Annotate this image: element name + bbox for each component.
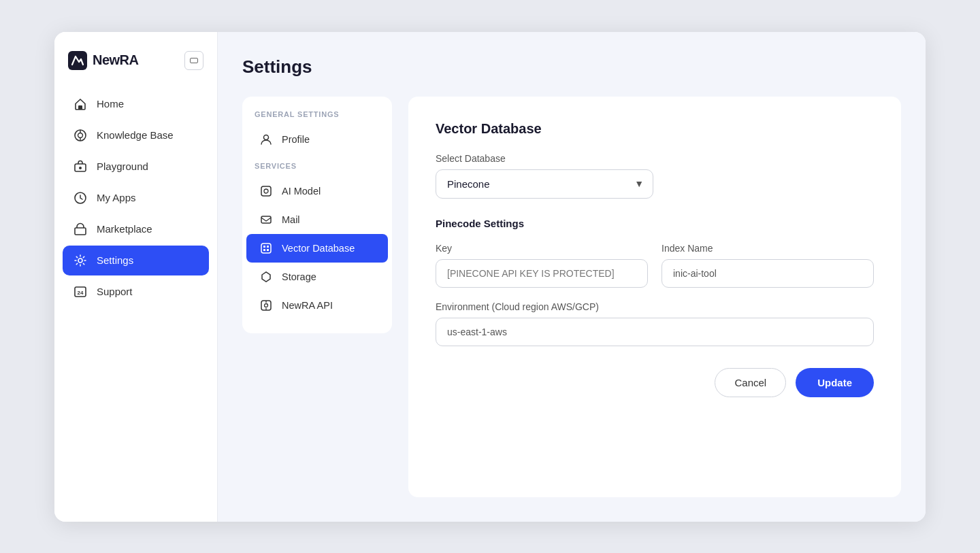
- collapse-icon: [190, 58, 198, 63]
- settings-nav-ai-model[interactable]: AI Model: [246, 177, 388, 205]
- sidebar-item-settings-label: Settings: [97, 254, 133, 266]
- settings-nav-vector-database-label: Vector Database: [282, 243, 355, 254]
- key-label: Key: [436, 243, 648, 254]
- settings-layout: GENERAL SETTINGS Profile SERVICES: [242, 97, 901, 497]
- database-select[interactable]: Pinecone Weaviate Qdrant Chroma: [436, 169, 653, 199]
- app-name: NewRA: [93, 52, 139, 68]
- knowledge-icon: [72, 127, 88, 144]
- settings-icon: [72, 252, 88, 269]
- svg-rect-21: [267, 249, 269, 251]
- profile-icon: [259, 132, 274, 147]
- svg-rect-19: [267, 246, 269, 248]
- settings-nav-storage-label: Storage: [282, 271, 316, 282]
- logo-left: NewRA: [68, 51, 139, 70]
- main-content: Settings GENERAL SETTINGS Profile SERVIC…: [218, 32, 926, 522]
- page-title: Settings: [242, 56, 901, 78]
- sidebar-item-marketplace[interactable]: Marketplace: [63, 214, 209, 244]
- ai-model-icon: [259, 184, 274, 199]
- svg-rect-1: [78, 105, 82, 110]
- svg-rect-20: [263, 249, 265, 251]
- settings-nav-ai-model-label: AI Model: [282, 186, 321, 197]
- key-group: Key: [436, 243, 648, 288]
- svg-rect-16: [261, 216, 271, 223]
- services-label: SERVICES: [242, 162, 392, 177]
- settings-nav-profile[interactable]: Profile: [246, 125, 388, 154]
- general-settings-label: GENERAL SETTINGS: [242, 110, 392, 125]
- svg-rect-14: [261, 186, 271, 196]
- settings-nav-profile-label: Profile: [282, 134, 310, 145]
- panel-title: Vector Database: [436, 121, 874, 137]
- settings-nav-storage[interactable]: Storage: [246, 263, 388, 291]
- svg-rect-18: [263, 246, 265, 248]
- sidebar-item-playground[interactable]: Playground: [63, 152, 209, 182]
- environment-label: Environment (Cloud region AWS/GCP): [436, 301, 874, 312]
- sidebar-item-home[interactable]: Home: [63, 89, 209, 119]
- svg-text:24: 24: [78, 289, 84, 295]
- update-button[interactable]: Update: [796, 368, 874, 397]
- services-section: SERVICES AI Model Mail: [242, 162, 392, 320]
- index-name-input[interactable]: [662, 259, 874, 288]
- sidebar-item-knowledge-base-label: Knowledge Base: [97, 129, 174, 141]
- environment-group: Environment (Cloud region AWS/GCP): [436, 301, 874, 346]
- settings-nav-newra-api-label: NewRA API: [282, 300, 333, 311]
- svg-point-23: [265, 303, 268, 307]
- pinecode-settings-title: Pinecode Settings: [436, 218, 874, 229]
- support-icon: 24: [72, 284, 88, 300]
- svg-point-13: [264, 135, 269, 139]
- cancel-button[interactable]: Cancel: [715, 368, 786, 397]
- collapse-button[interactable]: [184, 51, 203, 70]
- app-container: NewRA Home Knowledge Base: [54, 32, 926, 522]
- sidebar-item-support-label: Support: [97, 286, 133, 297]
- newra-logo-icon: [68, 51, 87, 70]
- sidebar-item-my-apps[interactable]: My Apps: [63, 183, 209, 213]
- svg-point-3: [78, 133, 83, 137]
- apps-icon: [72, 190, 88, 206]
- svg-rect-9: [75, 228, 86, 235]
- svg-rect-17: [261, 244, 271, 253]
- sidebar-item-my-apps-label: My Apps: [97, 192, 136, 203]
- sidebar-item-support[interactable]: 24 Support: [63, 277, 209, 307]
- settings-nav-vector-database[interactable]: Vector Database: [246, 234, 388, 263]
- svg-point-7: [79, 167, 82, 169]
- index-name-group: Index Name: [662, 243, 874, 288]
- sidebar: NewRA Home Knowledge Base: [54, 32, 218, 522]
- environment-input[interactable]: [436, 318, 874, 346]
- select-database-label: Select Database: [436, 153, 874, 164]
- index-name-label: Index Name: [662, 243, 874, 254]
- sidebar-item-marketplace-label: Marketplace: [97, 223, 152, 235]
- sidebar-item-home-label: Home: [97, 98, 124, 110]
- playground-icon: [72, 158, 88, 175]
- marketplace-icon: [72, 221, 88, 237]
- sidebar-item-settings[interactable]: Settings: [63, 246, 209, 275]
- settings-nav-newra-api[interactable]: NewRA API: [246, 291, 388, 320]
- settings-panel: Vector Database Select Database Pinecone…: [408, 97, 901, 497]
- svg-point-10: [78, 258, 82, 263]
- database-select-wrapper: Pinecone Weaviate Qdrant Chroma ▼: [436, 169, 653, 199]
- svg-point-15: [264, 189, 268, 193]
- api-icon: [259, 298, 274, 313]
- sidebar-item-playground-label: Playground: [97, 161, 148, 172]
- key-index-row: Key Index Name: [436, 243, 874, 288]
- settings-nav-mail[interactable]: Mail: [246, 205, 388, 234]
- storage-icon: [259, 269, 274, 284]
- sidebar-logo: NewRA: [54, 51, 217, 89]
- home-icon: [72, 96, 88, 112]
- key-input[interactable]: [436, 259, 648, 288]
- vector-db-icon: [259, 241, 274, 256]
- settings-nav-mail-label: Mail: [282, 214, 300, 225]
- sidebar-nav: Home Knowledge Base Playground: [54, 89, 217, 307]
- settings-sidebar: GENERAL SETTINGS Profile SERVICES: [242, 97, 392, 333]
- sidebar-item-knowledge-base[interactable]: Knowledge Base: [63, 120, 209, 150]
- mail-icon: [259, 212, 274, 227]
- actions-row: Cancel Update: [436, 368, 874, 397]
